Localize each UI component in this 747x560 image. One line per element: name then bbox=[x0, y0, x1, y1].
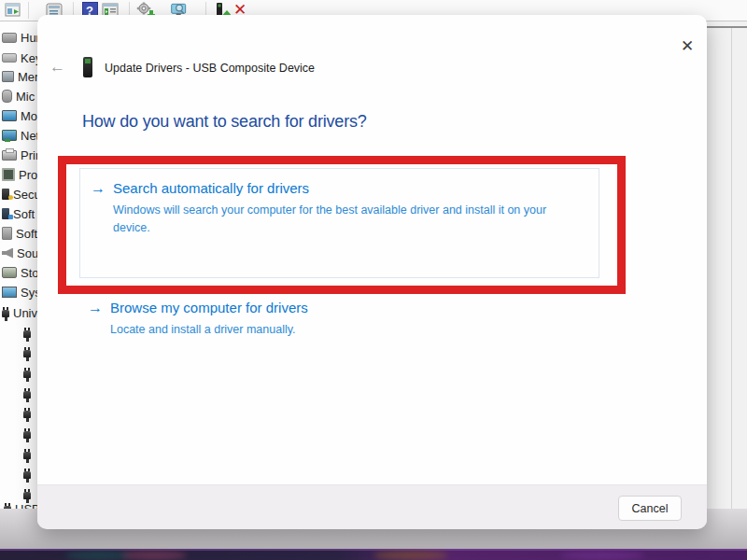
usb-plug-icon bbox=[23, 452, 31, 459]
usb-plug-icon bbox=[23, 330, 31, 338]
tree-item-usb-controllers[interactable]: Univ bbox=[0, 303, 37, 322]
tree-item-network-adapters[interactable]: Net bbox=[0, 126, 39, 145]
tree-item-processors[interactable]: Pro bbox=[0, 165, 37, 184]
usb-plug-icon bbox=[23, 411, 31, 418]
software-devices-icon bbox=[2, 227, 12, 240]
keyboards-icon bbox=[2, 53, 17, 63]
usb-child-device[interactable] bbox=[21, 425, 31, 443]
dialog-footer: Cancel bbox=[37, 484, 707, 529]
usb-plug-icon bbox=[23, 371, 31, 378]
desktop-wallpaper-strip bbox=[0, 549, 747, 560]
update-drivers-dialog: ✕ ← Update Drivers - USB Composite Devic… bbox=[37, 15, 707, 528]
storage-controllers-icon bbox=[2, 267, 17, 278]
dialog-title: Update Drivers - USB Composite Device bbox=[105, 62, 315, 75]
wallpaper-blob bbox=[374, 551, 448, 560]
option-title[interactable]: Search automatically for drivers bbox=[113, 179, 572, 198]
tree-item-monitors[interactable]: Mo bbox=[0, 106, 37, 125]
arrow-icon: → bbox=[88, 299, 103, 317]
option-browse-computer[interactable]: → Browse my computer for drivers Locate … bbox=[88, 299, 308, 339]
option-description: Locate and install a driver manually. bbox=[110, 321, 308, 339]
tree-item-print-queues[interactable]: Prin bbox=[0, 146, 42, 164]
usb-child-device[interactable] bbox=[21, 404, 31, 423]
close-button[interactable]: ✕ bbox=[676, 35, 698, 58]
toolbar-separator bbox=[28, 2, 29, 19]
monitors-icon bbox=[2, 110, 17, 121]
arrow-icon: → bbox=[91, 179, 106, 198]
sound-controllers-icon bbox=[2, 248, 13, 259]
tree-item-software-components[interactable]: Soft bbox=[0, 204, 35, 223]
network-adapters-icon bbox=[2, 130, 17, 141]
wallpaper-blob bbox=[560, 551, 644, 560]
tree-item-memory-devices[interactable]: Mer bbox=[0, 67, 38, 86]
usb-plug-icon bbox=[23, 471, 31, 479]
security-devices-icon bbox=[2, 189, 9, 200]
usb-child-device[interactable] bbox=[21, 343, 31, 362]
tree-item-security-devices[interactable]: Secu bbox=[0, 185, 41, 203]
system-devices-icon bbox=[2, 287, 17, 298]
tree-item-human-interface-devices[interactable]: Hur bbox=[0, 28, 40, 47]
option-title[interactable]: Browse my computer for drivers bbox=[110, 299, 308, 317]
software-components-icon bbox=[2, 208, 9, 219]
window-edge-line bbox=[707, 26, 747, 28]
memory-devices-icon bbox=[2, 71, 14, 82]
hid-devices-icon bbox=[2, 33, 17, 43]
tree-item-sound-controllers[interactable]: Sou bbox=[0, 244, 38, 262]
option-search-automatically[interactable]: → Search automatically for drivers Windo… bbox=[91, 179, 572, 238]
option-description: Windows will search your computer for th… bbox=[113, 202, 572, 238]
usb-child-device[interactable] bbox=[21, 465, 31, 483]
usb-plug-icon bbox=[23, 492, 31, 499]
driver-device-icon bbox=[83, 57, 92, 77]
mice-icon bbox=[2, 90, 12, 103]
usb-child-device[interactable] bbox=[21, 364, 31, 383]
screen: ? ✕ Hur Key Mer Mic Mo bbox=[0, 0, 747, 560]
tree-item-keyboards[interactable]: Key bbox=[0, 49, 41, 67]
tree-item-mice[interactable]: Mic bbox=[0, 87, 35, 105]
usb-child-device[interactable] bbox=[21, 324, 31, 343]
usb-child-device[interactable] bbox=[21, 385, 31, 403]
print-queues-icon bbox=[2, 150, 17, 161]
tree-item-storage-controllers[interactable]: Stor bbox=[0, 263, 43, 282]
tree-item-software-devices[interactable]: Soft bbox=[0, 224, 37, 243]
cancel-button[interactable]: Cancel bbox=[618, 496, 682, 521]
usb-child-device[interactable] bbox=[21, 445, 31, 464]
console-window-icon[interactable] bbox=[4, 1, 22, 20]
dialog-heading: How do you want to search for drivers? bbox=[82, 112, 367, 132]
wallpaper-blob bbox=[121, 551, 187, 560]
back-button[interactable]: ← bbox=[49, 58, 65, 77]
usb-plug-icon bbox=[23, 431, 31, 439]
processors-icon bbox=[2, 168, 15, 181]
usb-controllers-icon bbox=[2, 310, 9, 317]
usb-plug-icon bbox=[23, 391, 31, 399]
usb-plug-icon bbox=[23, 350, 31, 357]
window-right-edge bbox=[731, 28, 732, 527]
